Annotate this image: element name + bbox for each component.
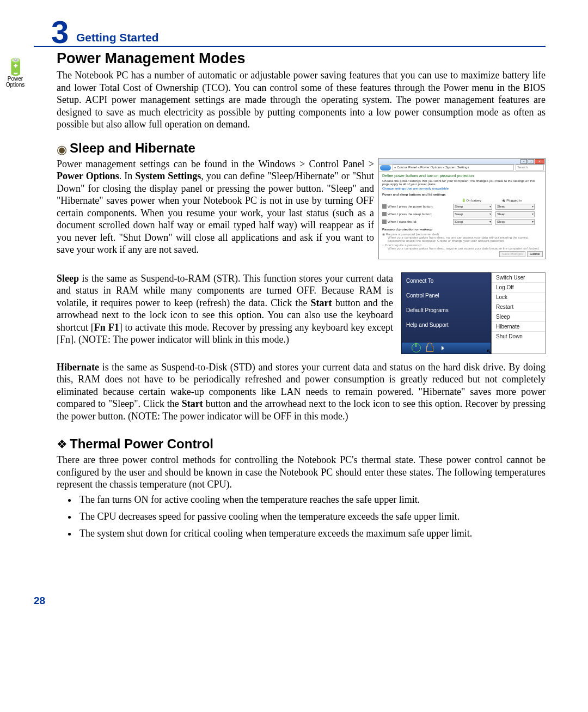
sh-paragraph-hibernate: Hibernate is the same as Suspend-to-Disk… [57,361,546,423]
thermal-bullet-2: The CPU decreases speed for passive cool… [77,511,546,522]
arrow-right-icon [442,346,444,350]
page-number: 28 [34,595,45,607]
menu-shut-down: Shut Down [492,332,545,341]
start-item-control-panel: Control Panel [406,291,486,300]
close-icon: ✕ [535,159,544,164]
sidebar-caption-2: Options [0,82,30,88]
section-thermal-power: ❖ Thermal Power Control There are three … [34,436,546,539]
chapter-number: 3 [51,16,69,48]
start-menu-screenshot: Connect To Control Panel Default Program… [401,272,546,354]
fan-icon: ❖ [57,437,68,452]
search-box: Search [516,165,544,171]
dialog-subtext: Choose the power settings that you want … [382,179,542,186]
power-options-sidebar-icon: 🔋 Power Options [0,58,30,88]
maximize-icon: □ [528,159,534,164]
power-icon [412,343,421,352]
start-item-connect-to: Connect To [406,276,486,285]
sleep-button-icon [382,212,387,216]
thermal-bullet-3: The system shut down for critical coolin… [77,528,546,539]
opt-no-password: Don't require a password [385,244,421,247]
power-options-dialog-screenshot: – □ ✕ « Control Panel » Power Options » … [378,158,546,259]
nav-back-forward-icon [380,165,391,171]
section-sleep-hibernate: ◉ Sleep and Hibernate – □ ✕ « Control Pa… [34,141,546,423]
start-menu-left-panel: Connect To Control Panel Default Program… [401,272,491,354]
dialog-link: Change settings that are currently unava… [382,187,542,190]
dialog-section-2: Password protection on wakeup [382,228,542,231]
dropdown: Sleep [453,211,492,217]
section-power-management: 🔋 Power Options Power Management Modes T… [34,50,546,131]
lock-icon [426,346,433,352]
col-on-battery: 🔋 On battery [453,198,490,202]
start-item-help-support: Help and Support [406,320,486,330]
menu-switch-user: Switch User [492,273,545,283]
power-button-icon [382,204,387,209]
minimize-icon: – [520,159,527,164]
address-bar: « Control Panel » Power Options » System… [379,165,545,172]
pm-paragraph-1: The Notebook PC has a number of automati… [57,69,546,131]
row-close-lid: When I close the lid: [382,220,450,224]
row-sleep-button: When I press the sleep button: [382,212,450,216]
thermal-bullet-list: The fan turns ON for active cooling when… [77,494,546,539]
dropdown: Sleep [495,219,535,225]
opt2-text: When your computer wakes from sleep, any… [388,247,542,250]
section-title-power-management: Power Management Modes [57,50,546,67]
opt1-text: When your computer wakes from sleep, no … [388,236,542,242]
dialog-titlebar: – □ ✕ [379,159,545,165]
thermal-bullet-1: The fan turns ON for active cooling when… [77,494,546,506]
thermal-paragraph-1: There are three power control methods fo… [57,454,546,491]
menu-hibernate: Hibernate [492,322,545,332]
breadcrumb: « Control Panel » Power Options » System… [393,165,514,171]
moon-icon: ◉ [57,143,67,157]
battery-plug-icon: 🔋 [0,58,30,76]
window-buttons: – □ ✕ [520,159,544,164]
dropdown: Sleep [495,211,535,217]
mouse-cursor-icon: ↖ [486,347,493,356]
menu-restart: Restart [492,302,545,312]
section-title-thermal: Thermal Power Control [70,436,546,452]
start-menu-bottom-bar [402,343,491,354]
sh-paragraph-1: Power management settings can be found i… [57,158,374,256]
save-changes-button: Save changes [499,251,525,257]
row-power-button: When I press the power button: [382,204,450,209]
dropdown: Sleep [495,204,535,210]
dropdown: Sleep [453,204,492,210]
dialog-section-1: Power and sleep buttons and lid settings [382,193,542,196]
chapter-header: 3 Getting Started [34,16,546,47]
start-item-default-programs: Default Programs [406,306,486,315]
chapter-title: Getting Started [76,31,159,44]
dialog-heading: Define power buttons and turn on passwor… [382,174,542,178]
start-menu-right-panel: Switch User Log Off Lock Restart Sleep H… [491,272,546,354]
dropdown: Sleep [453,219,492,225]
sidebar-caption-1: Power [0,76,30,82]
menu-lock: Lock [492,293,545,302]
sh-paragraph-sleep: Sleep is the same as Suspend-to-RAM (STR… [57,272,393,346]
menu-log-off: Log Off [492,283,545,293]
col-plugged-in: 🔌 Plugged in [493,198,530,202]
section-title-sleep-hibernate: Sleep and Hibernate [70,141,546,156]
menu-sleep: Sleep [492,312,545,322]
cancel-button: Cancel [527,251,543,257]
lid-icon [382,220,387,224]
